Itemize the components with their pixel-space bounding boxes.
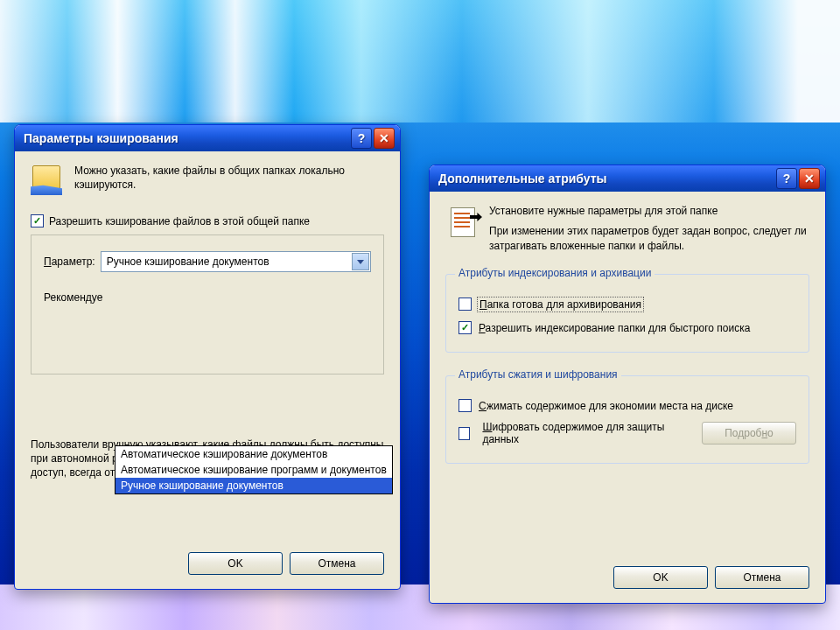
encrypt-checkbox[interactable] [458, 427, 470, 440]
compression-encryption-group: Атрибуты сжатия и шифрования Сжимать сод… [445, 375, 809, 464]
parameter-option-manual-docs[interactable]: Ручное кэширование документов [116, 478, 392, 494]
parameter-fieldset: Параметр: Ручное кэширование документов … [31, 234, 384, 374]
attributes-titlebar[interactable]: Дополнительные атрибуты ? ✕ [430, 165, 825, 192]
archive-label: Папка готова для архивирования [479, 298, 642, 311]
indexing-label: Разрешить индексирование папки для быстр… [479, 322, 750, 334]
compress-checkbox[interactable] [458, 399, 472, 412]
attributes-intro2: При изменении этих параметров будет зада… [489, 224, 809, 254]
parameter-combobox-value: Ручное кэширование документов [107, 256, 270, 268]
encrypt-label: Шифровать содержимое для защиты данных [482, 421, 677, 445]
caching-title: Параметры кэширования [24, 131, 178, 145]
allow-caching-checkbox[interactable] [31, 214, 44, 228]
caching-dialog: Параметры кэширования ? ✕ Можно указать,… [14, 124, 401, 590]
caching-titlebar[interactable]: Параметры кэширования ? ✕ [15, 125, 400, 151]
archive-checkbox[interactable] [458, 298, 472, 311]
compression-encryption-legend: Атрибуты сжатия и шифрования [455, 368, 621, 381]
recommended-label: Рекомендуе [44, 291, 371, 304]
indexing-checkbox[interactable] [458, 321, 472, 334]
indexing-archiving-group: Атрибуты индексирования и архивации Папк… [445, 274, 809, 353]
ok-button[interactable]: OK [188, 552, 283, 575]
attributes-intro1: Установите нужные параметры для этой пап… [489, 204, 809, 219]
ok-button[interactable]: OK [613, 566, 708, 589]
shared-folder-icon [31, 164, 66, 199]
compress-label: Сжимать содержимое для экономии места на… [479, 400, 733, 412]
indexing-archiving-legend: Атрибуты индексирования и архивации [455, 267, 654, 279]
background-decor-stripes [0, 0, 840, 122]
parameter-option-auto-programs[interactable]: Автоматическое кэширование программ и до… [116, 462, 392, 478]
attribute-list-icon [445, 204, 480, 239]
details-button: Подробно [702, 422, 796, 444]
attributes-title: Дополнительные атрибуты [438, 172, 607, 186]
parameter-option-auto-docs[interactable]: Автоматическое кэширование документов [116, 446, 392, 462]
caching-intro-text: Можно указать, какие файлы в общих папка… [74, 164, 384, 199]
attributes-dialog: Дополнительные атрибуты ? ✕ Установите н… [429, 164, 826, 604]
close-button[interactable]: ✕ [799, 168, 820, 189]
parameter-label: Параметр: [44, 256, 95, 268]
help-button[interactable]: ? [351, 128, 372, 149]
attributes-body: Установите нужные параметры для этой пап… [430, 192, 825, 566]
cancel-button[interactable]: Отмена [715, 566, 809, 589]
close-button[interactable]: ✕ [374, 128, 395, 149]
allow-caching-label: Разрешить кэширование файлов в этой обще… [49, 215, 310, 228]
parameter-combobox[interactable]: Ручное кэширование документов [101, 251, 371, 272]
parameter-dropdown-list[interactable]: Автоматическое кэширование документов Ав… [115, 445, 393, 494]
chevron-down-icon[interactable] [352, 253, 369, 270]
cancel-button[interactable]: Отмена [290, 552, 384, 575]
help-button[interactable]: ? [776, 168, 797, 189]
